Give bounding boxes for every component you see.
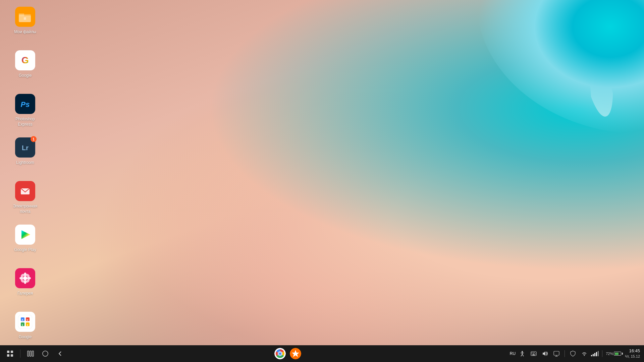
apps-grid-button[interactable] [4, 348, 16, 360]
svg-point-18 [19, 277, 23, 280]
app-google[interactable]: G G Google [7, 47, 44, 90]
app-my-files[interactable]: ≡ Мои файлы [7, 3, 44, 47]
lightroom-badge: 1 [31, 136, 37, 142]
svg-rect-50 [32, 351, 34, 356]
svg-rect-70 [535, 354, 536, 354]
svg-point-17 [24, 280, 26, 284]
svg-text:≡: ≡ [23, 16, 26, 21]
keyboard-icon[interactable] [529, 349, 538, 358]
photoshop-label: Photoshop Express [8, 117, 42, 127]
svg-point-16 [24, 273, 26, 277]
google-play-label: Google Play [14, 247, 36, 253]
gallery-label: Галерея [17, 291, 33, 296]
svg-text:G: G [21, 55, 29, 65]
my-files-label: Мои файлы [14, 29, 36, 35]
email-label: Электронная почта [8, 204, 42, 214]
svg-rect-49 [30, 351, 31, 356]
svg-line-63 [522, 354, 524, 356]
my-files-icon: ≡ [15, 7, 35, 27]
app-google-play[interactable]: Google Play [7, 221, 44, 265]
svg-text:1: 1 [22, 323, 23, 326]
screen-icon[interactable] [552, 349, 561, 358]
app-gallery[interactable]: Галерея [7, 265, 44, 308]
google-tiles-label: Google [19, 335, 32, 340]
svg-text:A: A [21, 318, 23, 321]
svg-rect-65 [532, 352, 532, 353]
gallery-icon [15, 268, 35, 288]
svg-point-15 [23, 276, 27, 280]
home-button[interactable] [39, 348, 51, 360]
svg-marker-72 [543, 351, 545, 356]
taskbar-divider-1 [20, 350, 20, 358]
taskbar-divider-3 [602, 350, 602, 357]
photoshop-icon: Ps [15, 94, 35, 114]
svg-rect-69 [533, 354, 534, 354]
sound-icon[interactable] [540, 349, 550, 358]
svg-point-51 [43, 351, 48, 356]
app-grid: ≡ Мои файлы G G [7, 3, 44, 362]
taskbar-left [4, 348, 66, 360]
wifi-icon[interactable] [580, 349, 589, 358]
clock: 16:45 Чт, 15.12 [625, 348, 640, 359]
app-lightroom[interactable]: Lr 1 Lightroom [7, 134, 44, 178]
taskbar-divider-2 [565, 350, 565, 357]
svg-rect-24 [18, 315, 32, 329]
battery-indicator: 72% [606, 352, 623, 356]
language-indicator[interactable]: RU [510, 351, 516, 356]
svg-rect-44 [7, 351, 9, 353]
svg-rect-45 [11, 351, 13, 353]
email-icon [15, 181, 35, 201]
battery-tip [622, 353, 623, 355]
svg-text:b: b [27, 318, 29, 321]
svg-point-76 [584, 355, 585, 356]
taskbar: RU [0, 345, 644, 362]
svg-rect-68 [532, 354, 532, 354]
accessibility-icon[interactable] [518, 349, 527, 358]
app-photoshop-express[interactable]: Ps Photoshop Express [7, 90, 44, 134]
back-button[interactable] [54, 348, 66, 360]
svg-point-19 [27, 277, 31, 280]
google-label: Google [19, 73, 32, 78]
taskbar-right: RU [510, 348, 640, 359]
svg-rect-46 [7, 354, 9, 357]
svg-rect-66 [533, 352, 534, 353]
battery-body [614, 352, 621, 356]
taskbar-stardock[interactable] [290, 348, 301, 359]
svg-rect-71 [532, 355, 535, 355]
desktop: ≡ Мои файлы G G [0, 0, 644, 362]
google-play-icon [15, 225, 35, 245]
svg-point-59 [522, 351, 523, 352]
taskbar-center [66, 348, 510, 359]
svg-rect-48 [28, 351, 29, 356]
svg-text:♦: ♦ [27, 323, 28, 326]
google-tiles-icon: A b 1 ♦ [15, 312, 35, 332]
vpn-icon[interactable] [568, 349, 578, 358]
lightroom-icon: Lr 1 [15, 137, 35, 158]
svg-rect-73 [554, 351, 559, 355]
signal-icon [591, 351, 599, 356]
svg-point-56 [279, 353, 281, 355]
svg-text:Ps: Ps [21, 100, 30, 109]
svg-line-62 [521, 354, 522, 356]
columns-button[interactable] [24, 348, 37, 360]
app-email[interactable]: Электронная почта [7, 178, 44, 221]
google-icon: G G [15, 50, 35, 70]
lightroom-label: Lightroom [16, 160, 34, 166]
svg-rect-67 [534, 352, 535, 353]
svg-rect-47 [11, 354, 13, 357]
svg-text:Lr: Lr [22, 144, 29, 152]
battery-fill [615, 353, 619, 355]
taskbar-chrome[interactable] [274, 348, 286, 359]
